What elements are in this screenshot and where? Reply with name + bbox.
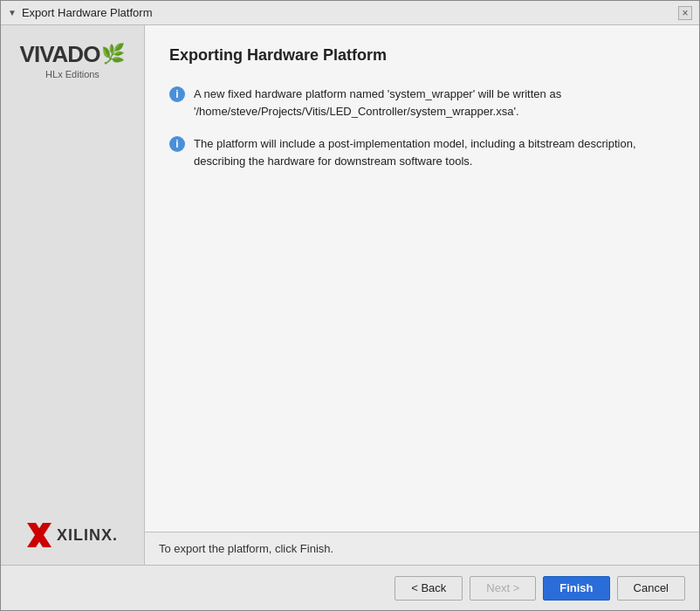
bottom-text: To export the platform, click Finish. <box>159 542 333 555</box>
vivado-edition-text: HLx Editions <box>45 69 100 79</box>
info-icon-1: i <box>169 86 185 102</box>
xilinx-logo: XILINX. <box>27 523 118 547</box>
cancel-button[interactable]: Cancel <box>617 576 685 601</box>
bottom-bar: To export the platform, click Finish. <box>145 532 699 565</box>
info-text-2: The platform will include a post-impleme… <box>194 135 675 169</box>
vivado-text: VIVADO <box>20 43 100 65</box>
title-bar-left: ▼ Export Hardware Platform <box>8 6 152 19</box>
close-button[interactable]: × <box>678 6 692 20</box>
page-title: Exporting Hardware Platform <box>169 46 675 65</box>
sidebar: VIVADO 🌿 HLx Editions XILINX. <box>1 25 145 565</box>
finish-button[interactable]: Finish <box>543 576 609 601</box>
title-bar: ▼ Export Hardware Platform × <box>1 1 699 25</box>
info-icon-2: i <box>169 136 185 152</box>
next-button: Next > <box>470 576 536 601</box>
close-icon: × <box>682 7 688 19</box>
info-text-1: A new fixed hardware platform named 'sys… <box>194 86 675 120</box>
main-content: Exporting Hardware Platform i A new fixe… <box>145 25 699 532</box>
main-panel: Exporting Hardware Platform i A new fixe… <box>145 25 699 565</box>
vivado-leaf-icon: 🌿 <box>101 43 125 65</box>
info-block-1: i A new fixed hardware platform named 's… <box>169 86 675 120</box>
info-block-2: i The platform will include a post-imple… <box>169 135 675 169</box>
xilinx-x-icon <box>27 523 51 547</box>
vivado-logo: VIVADO 🌿 HLx Editions <box>20 43 126 79</box>
main-window: ▼ Export Hardware Platform × VIVADO 🌿 HL… <box>0 0 700 611</box>
content-area: VIVADO 🌿 HLx Editions XILINX. Exporting … <box>1 25 699 565</box>
window-title: Export Hardware Platform <box>22 6 153 19</box>
window-menu-icon: ▼ <box>8 8 17 17</box>
back-button[interactable]: < Back <box>395 576 463 601</box>
xilinx-text: XILINX. <box>57 526 118 545</box>
footer: < Back Next > Finish Cancel <box>1 565 699 610</box>
